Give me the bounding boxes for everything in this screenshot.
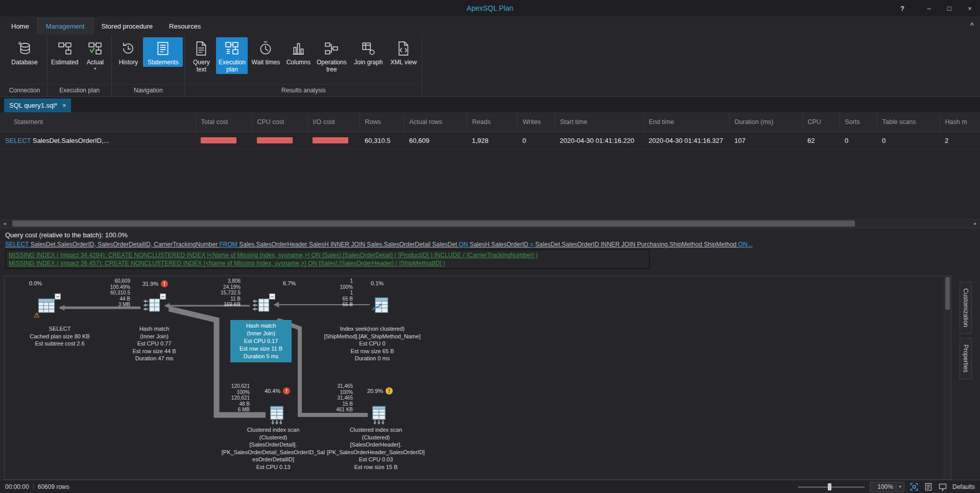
scrollbar-thumb[interactable] <box>12 220 855 227</box>
scroll-right-icon[interactable]: ► <box>971 221 980 226</box>
column-header-actual-rows[interactable]: Actual rows <box>404 112 467 132</box>
operations-tree-button[interactable]: Operations tree <box>313 37 350 74</box>
tab-resources[interactable]: Resources <box>161 18 209 35</box>
tab-customization[interactable]: Customization <box>960 282 972 334</box>
node-scan-header-percent: 20.9% ! <box>367 387 393 395</box>
node-indexseek-stats: 1 100% 1 65 B 65 B <box>310 278 353 308</box>
document-tab-sql-query1[interactable]: SQL query1.sql* × <box>4 98 71 112</box>
cpu-cell: 62 <box>802 132 840 149</box>
column-header-table-scans[interactable]: Table scans <box>877 112 940 132</box>
query-text-icon <box>193 40 210 57</box>
query-text-button[interactable]: Query text <box>186 37 216 74</box>
column-header-cpu[interactable]: CPU <box>802 112 840 132</box>
collapse-node-icon[interactable]: − <box>160 293 166 300</box>
tab-management[interactable]: Management <box>37 18 93 35</box>
estimated-button[interactable]: Estimated <box>49 37 80 67</box>
xml-view-button[interactable]: XML view <box>387 37 420 67</box>
node-select-percent: 0.0% <box>29 280 42 286</box>
column-header-cpu-cost[interactable]: CPU cost <box>252 112 307 132</box>
button-label: Columns <box>286 59 310 66</box>
chevron-down-icon[interactable]: ▾ <box>896 482 904 492</box>
start-time-cell: 2020-04-30 01:41:16.220 <box>555 132 643 149</box>
tab-properties[interactable]: Properties <box>960 338 972 379</box>
group-label-results-analysis: Results analysis <box>186 84 420 96</box>
tab-stored-procedure[interactable]: Stored procedure <box>93 18 161 35</box>
node-scan-detail[interactable] <box>267 405 287 425</box>
database-button[interactable]: Database <box>4 37 45 67</box>
fit-to-screen-icon[interactable] <box>910 482 919 491</box>
node-hashmatch-inner-percent: 6.7% <box>283 280 296 286</box>
sorts-cell: 0 <box>840 132 877 149</box>
columns-icon <box>290 40 307 57</box>
defaults-button[interactable]: Defaults <box>952 483 975 490</box>
node-scan-detail-percent: 40.4% ! <box>265 387 290 395</box>
zoom-slider-thumb[interactable] <box>828 483 831 490</box>
statements-grid-panel: Statement Total cost CPU cost I/O cost R… <box>0 112 980 228</box>
cpu-cost-cell <box>252 132 307 149</box>
column-header-total-cost[interactable]: Total cost <box>196 112 252 132</box>
node-select[interactable]: − ⚠ <box>36 295 57 316</box>
node-hashmatch-inner[interactable]: − <box>251 295 271 316</box>
column-header-io-cost[interactable]: I/O cost <box>307 112 360 132</box>
io-cost-cell <box>307 132 360 149</box>
scroll-left-icon[interactable]: ◄ <box>0 221 9 226</box>
statement-row[interactable]: SELECT SalesDet.SalesOrderID,... 60,310.… <box>0 132 980 149</box>
query-sql-text[interactable]: SELECT SalesDet.SalesOrderID, SalesOrder… <box>5 241 980 248</box>
column-header-end-time[interactable]: End time <box>643 112 729 132</box>
button-label: XML view <box>391 59 417 66</box>
minimize-icon[interactable]: – <box>919 0 939 16</box>
document-tab-bar: SQL query1.sql* × <box>0 97 980 112</box>
history-button[interactable]: History <box>113 37 143 67</box>
node-hashmatch-inner-selected-labels[interactable]: Hash match (Inner Join) Est CPU 0.17 Est… <box>230 320 292 362</box>
total-cost-cell <box>196 132 252 149</box>
join-graph-button[interactable]: Join graph <box>350 37 387 67</box>
column-header-rows[interactable]: Rows <box>360 112 404 132</box>
execution-plan-icon <box>223 40 241 57</box>
column-header-reads[interactable]: Reads <box>467 112 517 132</box>
column-header-duration[interactable]: Duration (ms) <box>729 112 802 132</box>
wait-times-button[interactable]: Wait times <box>248 37 283 67</box>
zoom-value[interactable]: 100% <box>870 482 896 492</box>
node-scan-header-stats: 31,465 100% 31,465 15 B 461 KB <box>306 383 353 413</box>
column-header-writes[interactable]: Writes <box>517 112 555 132</box>
scrollbar-track[interactable] <box>9 219 971 228</box>
tab-home[interactable]: Home <box>3 18 37 35</box>
monitor-icon[interactable] <box>938 482 947 491</box>
node-select-labels: SELECT Cached plan size 80 KB Est subtre… <box>9 325 111 348</box>
maximize-icon[interactable]: □ <box>939 0 960 16</box>
column-header-hash-matches[interactable]: Hash m <box>940 112 980 132</box>
node-indexseek[interactable] <box>371 295 391 316</box>
chevron-down-icon[interactable]: ▾ <box>94 67 96 71</box>
close-icon[interactable]: × <box>960 0 980 16</box>
execution-plan-button[interactable]: Execution plan <box>216 37 248 74</box>
grid-horizontal-scrollbar[interactable]: ◄ ► <box>0 219 980 228</box>
missing-index-warning-2[interactable]: MISSING INDEX ( Impact 26.457): CREATE N… <box>9 259 646 267</box>
node-hashmatch-outer-labels: Hash match (Inner Join) Est CPU 0.77 Est… <box>101 325 208 362</box>
print-preview-icon[interactable] <box>924 482 933 491</box>
reads-cell: 1,928 <box>467 132 517 149</box>
column-header-sorts[interactable]: Sorts <box>840 112 877 132</box>
collapse-node-icon[interactable]: − <box>55 293 61 300</box>
elapsed-time: 00:00:00 <box>5 483 29 490</box>
index-seek-icon <box>371 295 391 316</box>
hash-match-icon <box>141 295 162 316</box>
columns-button[interactable]: Columns <box>283 37 313 67</box>
tab-close-icon[interactable]: × <box>62 102 66 109</box>
collapse-node-icon[interactable]: − <box>269 293 275 300</box>
node-hashmatch-outer[interactable]: − <box>141 295 162 316</box>
execution-plan-canvas[interactable]: 0.0% − ⚠ SELECT Cached plan size 80 KB E… <box>4 276 951 480</box>
node-scan-header[interactable] <box>369 405 389 425</box>
plan-vertical-scrollbar[interactable] <box>944 276 951 479</box>
help-icon[interactable]: ? <box>892 0 913 16</box>
column-header-statement[interactable]: Statement <box>0 112 196 132</box>
column-header-start-time[interactable]: Start time <box>555 112 643 132</box>
actual-button[interactable]: Actual ▾ <box>80 37 110 72</box>
zoom-slider[interactable] <box>798 482 865 491</box>
node-hashmatch-inner-stats: 3,806 24.19% 15,732.5 11 B 169 KB <box>193 278 241 308</box>
warning-icon: ! <box>386 387 393 395</box>
scrollbar-thumb[interactable] <box>945 277 950 310</box>
cpu-cost-bar <box>257 137 293 143</box>
statements-button[interactable]: Statements <box>143 37 183 67</box>
collapse-ribbon-icon[interactable]: ^ <box>970 21 974 29</box>
missing-index-warning-1[interactable]: MISSING INDEX ( Impact 34.4284): CREATE … <box>9 251 646 259</box>
